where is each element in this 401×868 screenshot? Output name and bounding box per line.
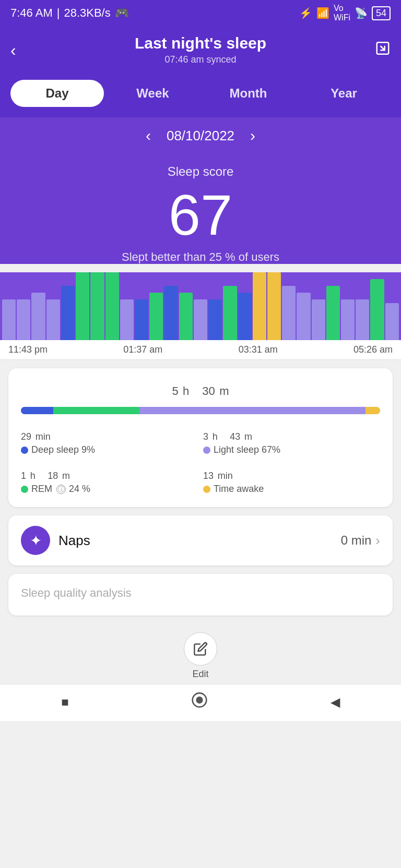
chart-bar — [356, 299, 369, 340]
sleep-score-section: Sleep score 67 Slept better than 25 % of… — [0, 154, 401, 264]
awake-label: Time awake — [203, 484, 380, 495]
bluetooth-icon: ⚡ — [299, 7, 312, 19]
chart-bar — [223, 286, 237, 340]
light-sleep-dot — [203, 447, 210, 454]
light-sleep-stat: 3 h 43 m Light sleep 67% — [203, 427, 380, 455]
rem-sleep-stat: 1 h 18 m REM ⓘ 24 % — [21, 466, 198, 495]
chart-bar — [297, 293, 310, 340]
chart-bar — [61, 286, 75, 340]
chart-bar — [208, 299, 222, 340]
duration-hours: 5 — [172, 384, 178, 397]
naps-left: ✦ Naps — [21, 526, 90, 555]
chart-bar — [194, 299, 207, 340]
naps-value: 0 min — [341, 533, 372, 548]
chart-bar — [31, 293, 45, 340]
sleep-score-description: Slept better than 25 % of users — [10, 250, 391, 264]
light-sleep-value: 3 h 43 m — [203, 427, 380, 443]
sleep-duration-title: 5 h 30 m — [21, 381, 380, 399]
deep-sleep-dot — [21, 447, 28, 454]
date-navigation: ‹ 08/10/2022 › — [0, 117, 401, 154]
time-label-4: 05:26 am — [353, 344, 393, 355]
tab-month[interactable]: Month — [202, 80, 295, 107]
awake-stat: 13 min Time awake — [203, 466, 380, 495]
header: ‹ Last night's sleep 07:46 am synced — [0, 26, 401, 74]
tab-week[interactable]: Week — [106, 80, 199, 107]
main-content: 5 h 30 m 29 min Deep sleep 9% — [0, 360, 401, 624]
sleep-score-value: 67 — [10, 183, 391, 246]
chart-bar — [267, 272, 281, 340]
chart-bar — [90, 272, 104, 340]
chart-bar — [312, 299, 325, 340]
naps-right: 0 min › — [341, 533, 380, 549]
chart-bar — [135, 299, 148, 340]
chart-bar — [46, 299, 60, 340]
signal-icon: 📶 — [316, 7, 329, 19]
tab-year[interactable]: Year — [297, 80, 391, 107]
tab-bar: Day Week Month Year — [0, 74, 401, 117]
chart-bar — [326, 286, 340, 340]
naps-label: Naps — [58, 533, 90, 549]
time-labels: 11:43 pm 01:37 am 03:31 am 05:26 am — [0, 340, 401, 360]
chart-bar — [238, 293, 252, 340]
back-nav-button[interactable]: ◀ — [331, 695, 340, 709]
edit-button[interactable] — [184, 632, 217, 666]
page-title: Last night's sleep — [31, 34, 370, 52]
wifi-icon: 📡 — [355, 7, 368, 19]
deep-sleep-label: Deep sleep 9% — [21, 444, 198, 455]
light-sleep-bar — [139, 407, 365, 414]
awake-dot — [203, 486, 210, 493]
awake-value: 13 min — [203, 466, 380, 483]
bottom-edit-section: Edit — [0, 624, 401, 684]
awake-bar — [365, 407, 380, 414]
status-separator: | — [57, 6, 60, 20]
status-game-icon: 🎮 — [115, 6, 129, 20]
prev-date-button[interactable]: ‹ — [146, 127, 151, 144]
rem-sleep-dot — [21, 486, 28, 493]
sleep-progress-bar — [21, 407, 380, 414]
duration-minutes: 30 — [202, 384, 215, 397]
sync-status: 07:46 am synced — [31, 54, 370, 65]
chart-bar — [149, 293, 163, 340]
status-time: 7:46 AM — [10, 6, 53, 20]
status-right: ⚡ 📶 VoWiFi 📡 54 — [299, 4, 391, 22]
time-label-1: 11:43 pm — [8, 344, 48, 355]
deep-sleep-bar — [21, 407, 53, 414]
chart-bar — [370, 279, 384, 340]
sleep-score-label: Sleep score — [10, 164, 391, 179]
chart-bar — [76, 272, 89, 340]
duration-h-unit: h — [183, 384, 189, 397]
chart-bar — [105, 272, 119, 340]
naps-card[interactable]: ✦ Naps 0 min › — [8, 515, 393, 565]
back-button[interactable]: ‹ — [10, 40, 16, 59]
time-label-3: 03:31 am — [239, 344, 278, 355]
status-bar: 7:46 AM | 28.3KB/s 🎮 ⚡ 📶 VoWiFi 📡 54 — [0, 0, 401, 26]
rem-info-icon[interactable]: ⓘ — [56, 485, 66, 494]
tab-day[interactable]: Day — [10, 80, 104, 107]
sleep-quality-label: Sleep quality analysis — [21, 586, 380, 600]
vowifi-icon: VoWiFi — [334, 4, 350, 22]
sleep-quality-card: Sleep quality analysis — [8, 574, 393, 616]
naps-icon: ✦ — [21, 526, 50, 555]
sleep-duration-card: 5 h 30 m 29 min Deep sleep 9% — [8, 368, 393, 507]
rem-sleep-value: 1 h 18 m — [21, 466, 198, 483]
deep-sleep-stat: 29 min Deep sleep 9% — [21, 427, 198, 455]
status-network: 28.3KB/s — [64, 6, 110, 20]
edit-label: Edit — [192, 669, 208, 680]
star-icon: ✦ — [30, 532, 42, 549]
status-left: 7:46 AM | 28.3KB/s 🎮 — [10, 6, 129, 20]
next-date-button[interactable]: › — [250, 127, 255, 144]
home-button[interactable] — [191, 692, 208, 713]
current-date: 08/10/2022 — [167, 128, 234, 144]
chart-bar — [282, 286, 296, 340]
svg-point-2 — [197, 697, 203, 703]
export-button[interactable] — [375, 40, 391, 59]
chart-bar — [17, 299, 30, 340]
square-button[interactable]: ■ — [61, 695, 69, 709]
rem-sleep-label: REM ⓘ 24 % — [21, 484, 198, 495]
chart-bar — [164, 286, 178, 340]
sleep-stats-grid: 29 min Deep sleep 9% 3 h 43 m — [21, 427, 380, 495]
duration-m-unit: m — [219, 384, 229, 397]
system-nav-bar: ■ ◀ — [0, 684, 401, 721]
battery-icon: 54 — [372, 6, 391, 20]
sleep-chart — [0, 272, 401, 340]
